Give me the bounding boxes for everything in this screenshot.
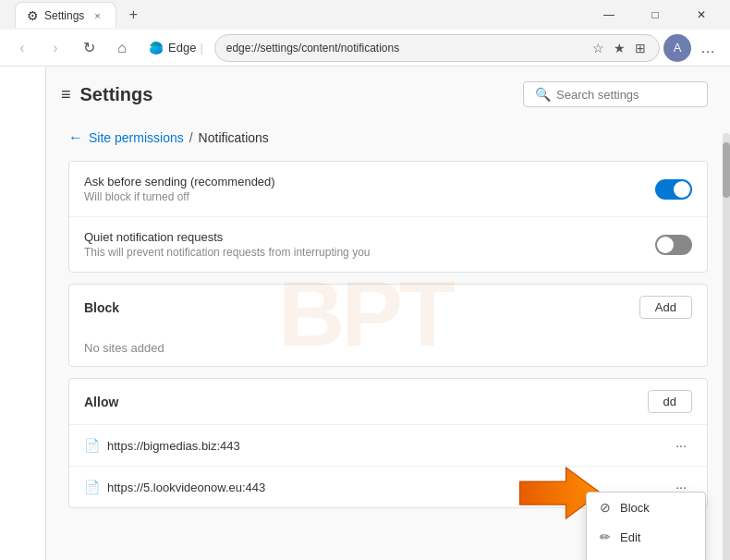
breadcrumb: ← Site permissions / Notifications xyxy=(46,122,730,153)
settings-title-area: ≡ Settings xyxy=(61,84,152,105)
edge-logo-icon xyxy=(148,40,164,56)
site-info-1: 📄 https://bigmedias.biz:443 xyxy=(84,438,240,453)
address-bar[interactable]: edge://settings/content/notifications ☆ … xyxy=(214,34,660,62)
title-bar-left: ⚙ Settings × + xyxy=(7,2,588,28)
more-button[interactable]: … xyxy=(693,33,723,63)
context-menu-edit-label: Edit xyxy=(620,530,640,544)
tab-close-button[interactable]: × xyxy=(90,8,104,23)
allow-card: Allow dd 📄 https://bigmedias.biz:443 ···… xyxy=(68,378,708,508)
toggle-thumb xyxy=(674,181,690,198)
address-text: edge://settings/content/notifications xyxy=(226,42,590,55)
context-menu-remove[interactable]: 🗑 Remove xyxy=(587,552,705,560)
breadcrumb-current: Notifications xyxy=(199,130,269,145)
quiet-notifications-toggle[interactable] xyxy=(655,235,692,255)
breadcrumb-parent-link[interactable]: Site permissions xyxy=(89,130,184,145)
window-controls: — □ ✕ xyxy=(588,0,723,30)
site-url-1: https://bigmedias.biz:443 xyxy=(107,439,240,453)
allow-section-title: Allow xyxy=(84,395,118,409)
settings-tab-label: Settings xyxy=(44,9,84,22)
quiet-notifications-label: Quiet notification requests xyxy=(84,230,655,244)
scroll-thumb xyxy=(723,142,730,198)
toggle-thumb-quiet xyxy=(657,237,674,253)
site-icon-2: 📄 xyxy=(84,480,100,494)
context-menu-block-label: Block xyxy=(620,501,650,515)
hamburger-icon[interactable]: ≡ xyxy=(61,85,71,104)
favorites-icon[interactable]: ★ xyxy=(612,39,627,57)
settings-content: Ask before sending (recommended) Will bl… xyxy=(46,153,730,542)
collections-icon[interactable]: ⊞ xyxy=(633,39,648,57)
settings-tab-icon: ⚙ xyxy=(27,8,39,23)
scrollbar[interactable] xyxy=(723,133,730,560)
ask-before-sending-info: Ask before sending (recommended) Will bl… xyxy=(84,175,655,203)
site-icon-1: 📄 xyxy=(84,438,100,453)
close-button[interactable]: ✕ xyxy=(680,0,723,30)
title-bar: ⚙ Settings × + — □ ✕ xyxy=(0,0,730,30)
breadcrumb-separator: / xyxy=(189,130,193,145)
context-menu: ⊘ Block ✏ Edit 🗑 Remove xyxy=(586,492,706,560)
edit-icon: ✏ xyxy=(600,530,611,544)
ask-before-sending-toggle[interactable] xyxy=(655,179,692,200)
main-layout: ≡ Settings 🔍 ← Site permissions / Notifi… xyxy=(0,67,730,560)
block-no-sites: No sites added xyxy=(69,330,707,366)
content-area: ≡ Settings 🔍 ← Site permissions / Notifi… xyxy=(46,67,730,560)
block-section-header: Block Add xyxy=(69,285,707,330)
refresh-button[interactable]: ↻ xyxy=(74,33,103,63)
edge-logo: Edge | xyxy=(140,40,211,56)
allow-section-header: Allow dd xyxy=(69,379,707,424)
new-tab-button[interactable]: + xyxy=(120,2,146,28)
block-icon: ⊘ xyxy=(600,500,611,515)
home-button[interactable]: ⌂ xyxy=(107,33,137,63)
sidebar xyxy=(0,67,46,560)
ask-before-sending-label: Ask before sending (recommended) xyxy=(84,175,655,189)
ask-before-sending-row: Ask before sending (recommended) Will bl… xyxy=(69,162,707,216)
quiet-notifications-desc: This will prevent notification requests … xyxy=(84,246,655,259)
minimize-button[interactable]: — xyxy=(588,0,630,30)
settings-title-text: Settings xyxy=(80,84,153,105)
address-icons: ☆ ★ ⊞ xyxy=(590,39,648,57)
block-add-button[interactable]: Add xyxy=(639,296,692,319)
profile-button[interactable]: A xyxy=(663,34,691,62)
site-menu-button-1[interactable]: ··· xyxy=(670,434,692,457)
nav-right: A … xyxy=(663,33,723,63)
ask-before-sending-desc: Will block if turned off xyxy=(84,190,655,203)
back-button[interactable]: ‹ xyxy=(7,33,37,63)
site-info-2: 📄 https://5.lookvideonow.eu:443 xyxy=(84,480,265,494)
block-card: Block Add No sites added xyxy=(68,284,708,367)
quiet-notifications-row: Quiet notification requests This will pr… xyxy=(69,216,707,272)
edge-label: Edge xyxy=(168,41,196,55)
search-settings-box[interactable]: 🔍 xyxy=(523,81,708,107)
maximize-button[interactable]: □ xyxy=(634,0,676,30)
tab-area: ⚙ Settings × + xyxy=(15,2,146,28)
site-url-2: https://5.lookvideonow.eu:443 xyxy=(107,481,265,494)
search-icon: 🔍 xyxy=(535,87,551,102)
nav-bar: ‹ › ↻ ⌂ Edge | edge://settings/content/n… xyxy=(0,30,730,67)
settings-tab[interactable]: ⚙ Settings × xyxy=(15,2,116,28)
settings-header: ≡ Settings 🔍 xyxy=(46,67,730,122)
context-menu-edit[interactable]: ✏ Edit xyxy=(587,522,705,552)
breadcrumb-back-button[interactable]: ← xyxy=(68,129,83,146)
allow-add-button[interactable]: dd xyxy=(648,390,692,413)
quiet-notifications-info: Quiet notification requests This will pr… xyxy=(84,230,655,259)
forward-button[interactable]: › xyxy=(41,33,70,63)
context-menu-block[interactable]: ⊘ Block xyxy=(587,493,705,522)
bookmark-icon[interactable]: ☆ xyxy=(590,39,606,57)
search-settings-input[interactable] xyxy=(556,88,686,102)
site-row-1: 📄 https://bigmedias.biz:443 ··· xyxy=(69,424,707,466)
notifications-card: Ask before sending (recommended) Will bl… xyxy=(68,161,708,273)
block-section-title: Block xyxy=(84,300,119,315)
